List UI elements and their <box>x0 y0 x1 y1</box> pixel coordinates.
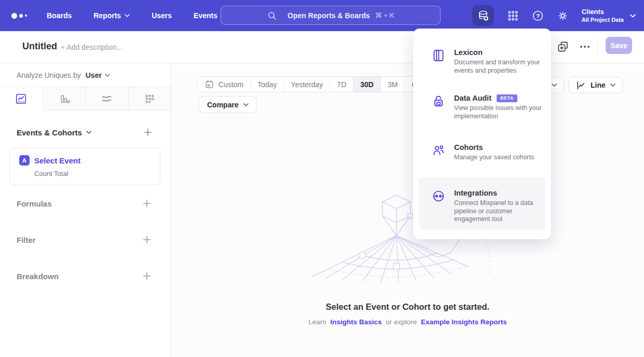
line-chart-tab-icon <box>15 93 27 105</box>
stacked-chart-tab-icon <box>101 93 113 105</box>
range-today[interactable]: Today <box>250 77 283 92</box>
tab-stacked-chart[interactable] <box>85 87 128 111</box>
report-description-placeholder[interactable]: + Add description... <box>61 43 122 51</box>
events-cohorts-toggle[interactable]: Events & Cohorts <box>17 128 91 137</box>
filter-section-row: Filter <box>0 222 171 258</box>
chevron-down-icon <box>125 14 130 17</box>
help-button[interactable]: ? <box>532 10 544 22</box>
plus-icon <box>143 272 151 280</box>
event-series-badge: A <box>19 155 30 166</box>
top-navbar: Boards Reports Users Events Open Reports… <box>0 0 644 31</box>
range-7d[interactable]: 7D <box>330 77 353 92</box>
calendar-icon <box>204 79 214 89</box>
metric-chart-tab-icon <box>144 93 156 105</box>
chevron-down-icon <box>630 14 636 18</box>
data-management-icon <box>476 9 490 22</box>
project-switcher[interactable]: Clients All Project Data <box>582 8 636 23</box>
select-event-link[interactable]: Select Event <box>34 156 80 165</box>
apps-grid-button[interactable] <box>507 10 519 22</box>
plus-icon <box>144 128 152 136</box>
search-shortcut: ⌘ + K <box>375 11 394 19</box>
mixpanel-insights-app: Boards Reports Users Events Open Reports… <box>0 0 644 357</box>
date-range-control: Custom Today Yesterday 7D 30D 3M 6M <box>197 76 429 92</box>
project-name: Clients <box>582 8 624 16</box>
line-chart-icon <box>576 80 586 90</box>
chart-type-tabs <box>0 87 171 111</box>
copy-plus-icon <box>556 40 570 53</box>
empty-state-title: Select an Event or Cohort to get started… <box>171 302 644 312</box>
chevron-down-icon <box>105 74 110 77</box>
range-yesterday[interactable]: Yesterday <box>284 77 330 92</box>
event-aggregation-label[interactable]: Count Total <box>34 170 153 177</box>
global-search-input[interactable]: Open Reports & Boards ⌘ + K <box>221 6 441 25</box>
event-query-card[interactable]: A Select Event Count Total <box>9 148 160 185</box>
save-button[interactable]: Save <box>606 37 632 54</box>
tab-line-chart[interactable] <box>0 87 43 111</box>
chevron-down-icon <box>552 84 557 87</box>
plus-icon <box>143 199 151 208</box>
range-3m[interactable]: 3M <box>380 77 404 92</box>
tab-metric-chart[interactable] <box>128 87 171 111</box>
integrations-icon <box>432 189 445 203</box>
query-sidebar: Analyze Uniques by User <box>0 63 171 357</box>
duplicate-report-button[interactable] <box>556 40 570 56</box>
plus-icon <box>143 236 151 244</box>
data-management-menu: Lexicon Document and transform your even… <box>413 29 551 239</box>
nav-item-reports[interactable]: Reports <box>93 11 130 20</box>
tab-bar-chart[interactable] <box>43 87 86 111</box>
svg-text:?: ? <box>536 12 540 19</box>
add-formula-button[interactable] <box>143 199 151 208</box>
apps-grid-icon <box>507 10 519 22</box>
range-custom[interactable]: Custom <box>198 77 250 92</box>
chart-style-dropdown[interactable]: Line <box>569 77 623 93</box>
nav-item-events[interactable]: Events <box>194 11 217 20</box>
learn-prefix: Learn <box>308 318 326 326</box>
data-management-button[interactable] <box>472 5 494 26</box>
add-filter-button[interactable] <box>143 236 151 244</box>
chevron-down-icon <box>86 131 91 134</box>
chevron-down-icon <box>610 84 615 87</box>
analyze-value-dropdown[interactable]: User <box>86 71 110 79</box>
bar-chart-tab-icon <box>58 93 70 105</box>
ellipsis-icon <box>578 40 592 53</box>
insights-basics-link[interactable]: Insights Basics <box>330 318 381 326</box>
nav-item-users[interactable]: Users <box>152 11 172 20</box>
project-scope: All Project Data <box>582 16 624 23</box>
mixpanel-logo[interactable] <box>11 13 27 19</box>
empty-state-links: Learn Insights Basics or explore Example… <box>171 318 644 326</box>
analyze-prefix-label: Analyze Uniques by <box>17 71 81 79</box>
example-insights-reports-link[interactable]: Example Insights Reports <box>421 318 507 326</box>
analyze-selector-row: Analyze Uniques by User <box>0 63 171 87</box>
breakdown-section-row: Breakdown <box>0 258 171 294</box>
help-icon: ? <box>532 10 544 22</box>
events-cohorts-header: Events & Cohorts <box>0 123 171 142</box>
beta-badge: BETA <box>497 94 517 102</box>
settings-gear-icon <box>557 10 569 22</box>
nav-item-boards[interactable]: Boards <box>47 11 72 20</box>
range-30d[interactable]: 30D <box>353 77 380 92</box>
formulas-section-row: Formulas <box>0 185 171 222</box>
more-actions-button[interactable] <box>578 40 592 56</box>
report-title[interactable]: Untitled <box>22 41 57 52</box>
add-breakdown-button[interactable] <box>143 272 151 280</box>
navbar-right-group: ? Clients All Project Data <box>472 0 636 31</box>
add-event-button[interactable] <box>144 128 152 136</box>
search-placeholder: Open Reports & Boards <box>287 11 370 20</box>
compare-button[interactable]: Compare <box>199 96 257 113</box>
lexicon-icon <box>432 49 445 62</box>
data-audit-icon <box>432 94 445 108</box>
search-icon <box>267 10 277 21</box>
or-explore-text: or explore <box>386 318 417 326</box>
chevron-down-icon <box>243 103 249 106</box>
header-divider <box>598 38 598 56</box>
settings-button[interactable] <box>557 10 569 22</box>
main-canvas: Custom Today Yesterday 7D 30D 3M 6M Comp… <box>171 63 644 357</box>
cohorts-icon <box>432 144 445 157</box>
primary-nav: Boards Reports Users Events <box>47 11 217 20</box>
